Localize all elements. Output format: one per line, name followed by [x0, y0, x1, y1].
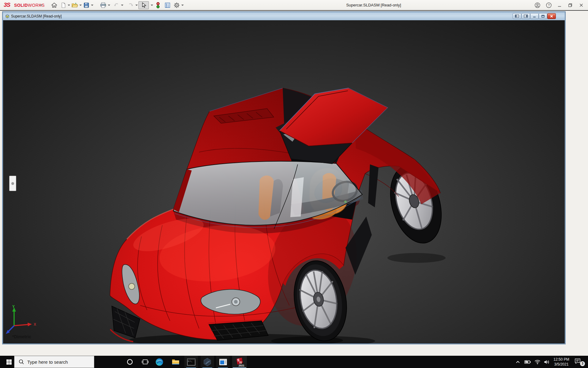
document-title: Supercar.SLDASM [Read-only] [11, 14, 62, 18]
task-view-icon [142, 358, 149, 365]
edge-icon [155, 358, 164, 366]
undo-icon [113, 2, 119, 8]
open-dropdown[interactable] [79, 5, 82, 6]
file-properties-icon [164, 2, 171, 8]
taskbar-file-explorer[interactable] [169, 356, 182, 368]
tray-chevron-button[interactable] [513, 356, 522, 368]
save-button[interactable] [82, 1, 90, 9]
print-dropdown[interactable] [108, 5, 110, 6]
media-app-icon [219, 358, 227, 366]
select-cursor-icon [141, 2, 146, 8]
rebuild-button[interactable] [154, 1, 162, 9]
options-button[interactable] [173, 1, 181, 9]
pane-left-button[interactable] [513, 13, 521, 19]
tray-battery-button[interactable] [523, 356, 532, 368]
svg-text:?: ? [548, 3, 550, 7]
file-properties-button[interactable] [164, 1, 172, 9]
document-titlebar[interactable]: Supercar.SLDASM [Read-only] [3, 12, 565, 20]
collapse-dot-icon [11, 182, 14, 185]
close-icon [579, 3, 583, 7]
search-icon [19, 359, 24, 365]
doc-close-icon [550, 15, 553, 18]
account-button[interactable] [533, 1, 542, 9]
graphics-viewport[interactable]: Y X *Dimetric [3, 20, 565, 343]
taskbar-command-prompt[interactable]: C:\_ [184, 356, 198, 368]
task-view-button[interactable] [139, 356, 151, 368]
document-window: Supercar.SLDASM [Read-only] [2, 12, 565, 344]
search-placeholder: Type here to search [27, 359, 68, 365]
select-tool-button[interactable] [138, 1, 149, 9]
home-button[interactable] [50, 1, 58, 9]
cortana-button[interactable] [124, 356, 136, 368]
open-button[interactable] [71, 1, 79, 9]
minimize-icon [557, 3, 562, 7]
doc-minimize-icon [533, 15, 536, 18]
menu-flyout-arrow[interactable]: ▸ [41, 3, 42, 6]
options-gear-icon [173, 2, 180, 9]
help-button[interactable]: ? [545, 1, 553, 9]
desktop: 3S SOLIDWORKS ▸ [0, 0, 588, 368]
windows-logo-icon [6, 359, 12, 365]
redo-icon [128, 2, 134, 8]
redo-button[interactable] [127, 1, 135, 9]
start-button[interactable] [4, 356, 14, 368]
svg-text:C:\_: C:\_ [188, 360, 193, 362]
taskbar-media-app[interactable] [216, 356, 230, 368]
assembly-icon [5, 13, 10, 19]
supercar-model[interactable] [3, 20, 565, 343]
restore-button[interactable] [566, 1, 575, 9]
new-document-icon [60, 2, 66, 8]
help-icon: ? [546, 2, 552, 8]
svg-text:2021: 2021 [239, 364, 244, 367]
chevron-up-icon [516, 360, 520, 363]
undo-button[interactable] [112, 1, 120, 9]
taskbar-hexagon-app[interactable] [201, 356, 214, 368]
file-explorer-icon [172, 358, 180, 366]
account-icon [534, 2, 541, 8]
taskbar-search-input[interactable]: Type here to search [14, 356, 94, 368]
home-icon [51, 2, 57, 8]
orientation-triad: Y X [5, 304, 42, 335]
taskbar-solidworks[interactable]: S W 2021 [232, 356, 247, 368]
doc-restore-button[interactable] [539, 13, 547, 19]
undo-dropdown[interactable] [121, 5, 123, 6]
print-icon [100, 2, 107, 8]
tray-clock[interactable]: 12:50 PM 3/5/2021 [550, 357, 573, 367]
save-icon [83, 2, 89, 8]
titlebar-separator [0, 10, 588, 11]
save-dropdown[interactable] [91, 5, 93, 6]
pane-right-icon [524, 14, 528, 18]
taskbar-edge[interactable] [153, 356, 166, 368]
options-dropdown[interactable] [181, 5, 184, 6]
solidworks-2021-icon: S W 2021 [235, 357, 244, 367]
tray-time: 12:50 PM [550, 357, 573, 362]
b-pillar [368, 164, 379, 207]
cortana-icon [126, 358, 133, 365]
close-button[interactable] [577, 1, 586, 9]
open-folder-icon [71, 2, 78, 8]
pane-left-icon [515, 14, 519, 18]
view-orientation-label: *Dimetric [12, 334, 31, 339]
solidworks-logo-icon: 3S [4, 2, 13, 9]
select-tool-dropdown[interactable] [151, 5, 153, 6]
pane-right-button[interactable] [522, 13, 530, 19]
solidworks-wordmark: SOLIDWORKS [14, 3, 45, 8]
featuremanager-collapse-tab[interactable] [9, 176, 16, 191]
command-prompt-icon: C:\_ [187, 358, 195, 366]
new-document-dropdown[interactable] [68, 5, 70, 6]
tray-wifi-button[interactable] [533, 356, 542, 368]
notification-center-button[interactable]: 3 [573, 356, 586, 368]
doc-minimize-button[interactable] [530, 13, 539, 19]
volume-icon [544, 360, 550, 364]
hexagon-app-icon [203, 358, 211, 366]
restore-icon [568, 3, 572, 7]
doc-close-button[interactable] [547, 13, 556, 19]
wifi-icon [534, 360, 541, 364]
notification-badge: 3 [580, 361, 585, 366]
doc-restore-icon [541, 15, 545, 18]
new-document-button[interactable] [59, 1, 67, 9]
minimize-button[interactable] [555, 1, 564, 9]
print-button[interactable] [99, 1, 107, 9]
rebuild-traffic-light-icon [156, 2, 160, 9]
redo-dropdown[interactable] [135, 5, 138, 6]
